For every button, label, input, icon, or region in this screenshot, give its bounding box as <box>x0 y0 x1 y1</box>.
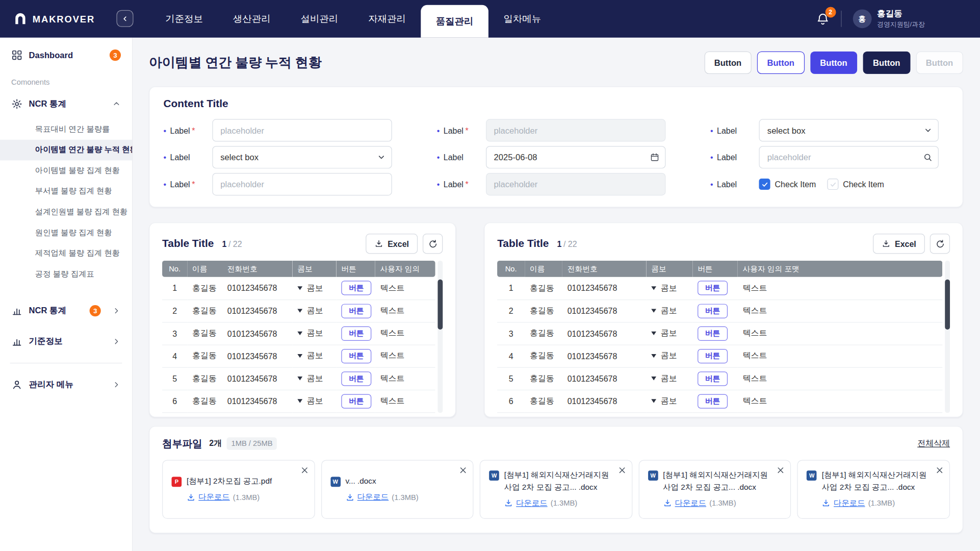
sidebar-submenu-item[interactable]: 아이템별 불량 집계 현황 <box>0 160 132 181</box>
date-input[interactable] <box>486 146 665 168</box>
combo-dropdown[interactable]: 콤보 <box>651 283 677 294</box>
close-icon[interactable] <box>777 466 785 474</box>
bar-chart-icon <box>11 336 22 347</box>
sidebar-item-admin-menu[interactable]: 관리자 메뉴 <box>0 371 132 398</box>
select-box[interactable]: select box <box>212 146 392 168</box>
combo-dropdown[interactable]: 콤보 <box>651 395 677 407</box>
sidebar-group-ncr-stats[interactable]: NCR 통계 <box>0 90 132 118</box>
checkbox[interactable]: Check Item <box>759 179 816 190</box>
download-link[interactable]: 다운로드 (1.3MB) <box>345 492 464 503</box>
table-row[interactable]: 6 홍길동 01012345678 콤보 버튼 텍스트 <box>162 390 435 412</box>
combo-dropdown[interactable]: 콤보 <box>297 283 323 294</box>
action-button[interactable]: Button <box>704 52 752 74</box>
search-input[interactable] <box>759 146 939 168</box>
action-button[interactable]: Button <box>863 52 910 74</box>
download-link[interactable]: 다운로드 (1.3MB) <box>187 492 305 503</box>
table-row[interactable]: 3 홍길동 01012345678 콤보 버튼 텍스트 <box>497 322 942 344</box>
table-row[interactable]: 6 홍길동 01012345678 콤보 버튼 텍스트 <box>497 390 942 412</box>
notifications-button[interactable]: 2 <box>816 12 830 26</box>
row-action-button[interactable]: 버튼 <box>341 304 371 318</box>
close-icon[interactable] <box>618 466 626 474</box>
row-action-button[interactable]: 버튼 <box>341 326 371 340</box>
row-action-button[interactable]: 버튼 <box>698 394 728 408</box>
row-action-button[interactable]: 버튼 <box>698 348 728 363</box>
text-input[interactable] <box>212 173 392 195</box>
sidebar-submenu-item[interactable]: 제적업체 불량 집계 현황 <box>0 243 132 264</box>
row-action-button[interactable]: 버튼 <box>698 326 728 340</box>
nav-item[interactable]: 설비관리 <box>286 0 353 38</box>
nav-item[interactable]: 자재관리 <box>353 0 421 38</box>
table-scrollbar[interactable] <box>945 261 950 413</box>
table-row[interactable]: 2 홍길동 01012345678 콤보 버튼 텍스트 <box>162 299 435 322</box>
sidebar-submenu-item[interactable]: 부서별 불량 집계 현황 <box>0 181 132 202</box>
sidebar-collapse-button[interactable] <box>116 10 133 27</box>
table-scrollbar[interactable] <box>437 261 443 413</box>
row-action-button[interactable]: 버튼 <box>341 394 371 408</box>
close-icon[interactable] <box>459 466 467 474</box>
row-action-button[interactable]: 버튼 <box>698 281 728 295</box>
user-menu[interactable]: 홍길동 경영지원팀/과장 <box>877 9 925 29</box>
close-icon[interactable] <box>936 466 944 474</box>
combo-dropdown[interactable]: 콤보 <box>651 350 677 362</box>
combo-dropdown[interactable]: 콤보 <box>651 305 677 316</box>
combo-dropdown[interactable]: 콤보 <box>651 373 677 384</box>
text-input[interactable] <box>212 119 392 141</box>
table-row[interactable]: 2 홍길동 01012345678 콤보 버튼 텍스트 <box>497 299 942 322</box>
select-box[interactable]: select box <box>759 119 939 141</box>
sidebar-submenu-item[interactable]: 원인별 불량 집계 현황 <box>0 222 132 243</box>
table-card-right: Table Title 1/ 22 Excel <box>484 222 963 417</box>
row-action-button[interactable]: 버튼 <box>698 304 728 318</box>
action-button[interactable]: Button <box>916 52 963 74</box>
action-button[interactable]: Button <box>810 52 858 74</box>
sidebar-submenu-item[interactable]: 설계인원별 불량 집계 현황 <box>0 202 132 222</box>
avatar[interactable]: 홍 <box>853 9 871 28</box>
row-action-button[interactable]: 버튼 <box>341 348 371 363</box>
combo-dropdown[interactable]: 콤보 <box>297 350 323 362</box>
download-link[interactable]: 다운로드 (1.3MB) <box>504 498 623 509</box>
nav-item[interactable]: 품질관리 <box>421 5 488 38</box>
action-button[interactable]: Button <box>757 52 805 74</box>
delete-all-link[interactable]: 전체삭제 <box>917 438 950 449</box>
sidebar-submenu-item[interactable]: 아이템별 연간 불량 누적 현황 <box>0 140 132 161</box>
sidebar-submenu-item[interactable]: 공정 불량 집계표 <box>0 264 132 285</box>
close-icon[interactable] <box>300 466 308 474</box>
table-row[interactable]: 1 홍길동 01012345678 콤보 버튼 텍스트 <box>497 277 942 299</box>
nav-item[interactable]: 일차메뉴 <box>488 0 556 38</box>
sidebar-item-base-info[interactable]: 기준정보 <box>0 328 132 355</box>
refresh-button[interactable] <box>930 234 950 254</box>
checkbox[interactable]: Check Item <box>827 179 884 190</box>
sidebar-item-ncr-stats2[interactable]: NCR 통계 3 <box>0 297 132 324</box>
excel-button[interactable]: Excel <box>873 234 925 254</box>
combo-dropdown[interactable]: 콤보 <box>297 305 323 316</box>
combo-dropdown[interactable]: 콤보 <box>297 373 323 384</box>
row-action-button[interactable]: 버튼 <box>698 371 728 386</box>
chevron-right-icon <box>112 337 121 346</box>
row-action-button[interactable]: 버튼 <box>341 371 371 386</box>
checkbox-box[interactable] <box>759 179 770 190</box>
sidebar-item-dashboard[interactable]: Dashboard 3 <box>0 41 132 69</box>
combo-dropdown[interactable]: 콤보 <box>297 395 323 407</box>
file-name: v... .docx <box>345 475 376 488</box>
excel-button[interactable]: Excel <box>366 234 418 254</box>
column-header: 이름 <box>187 261 222 277</box>
scrollbar-thumb[interactable] <box>945 280 950 330</box>
download-link[interactable]: 다운로드 (1.3MB) <box>822 498 941 509</box>
scrollbar-thumb[interactable] <box>437 280 443 330</box>
logo[interactable]: MAKROVER <box>0 12 133 26</box>
nav-item[interactable]: 기준정보 <box>150 0 218 38</box>
checkbox-box[interactable] <box>827 179 838 190</box>
row-action-button[interactable]: 버튼 <box>341 281 371 295</box>
refresh-button[interactable] <box>423 234 443 254</box>
table-row[interactable]: 1 홍길동 01012345678 콤보 버튼 텍스트 <box>162 277 435 299</box>
download-link[interactable]: 다운로드 (1.3MB) <box>663 498 782 509</box>
sidebar-submenu-item[interactable]: 목표대비 연간 불량률 <box>0 119 132 140</box>
submenu-item-label: 원인별 불량 집계 현황 <box>35 228 112 238</box>
table-row[interactable]: 3 홍길동 01012345678 콤보 버튼 텍스트 <box>162 322 435 344</box>
table-row[interactable]: 5 홍길동 01012345678 콤보 버튼 텍스트 <box>162 367 435 390</box>
table-row[interactable]: 4 홍길동 01012345678 콤보 버튼 텍스트 <box>497 344 942 367</box>
table-row[interactable]: 5 홍길동 01012345678 콤보 버튼 텍스트 <box>497 367 942 390</box>
combo-dropdown[interactable]: 콤보 <box>297 328 323 339</box>
table-row[interactable]: 4 홍길동 01012345678 콤보 버튼 텍스트 <box>162 344 435 367</box>
nav-item[interactable]: 생산관리 <box>218 0 286 38</box>
combo-dropdown[interactable]: 콤보 <box>651 328 677 339</box>
